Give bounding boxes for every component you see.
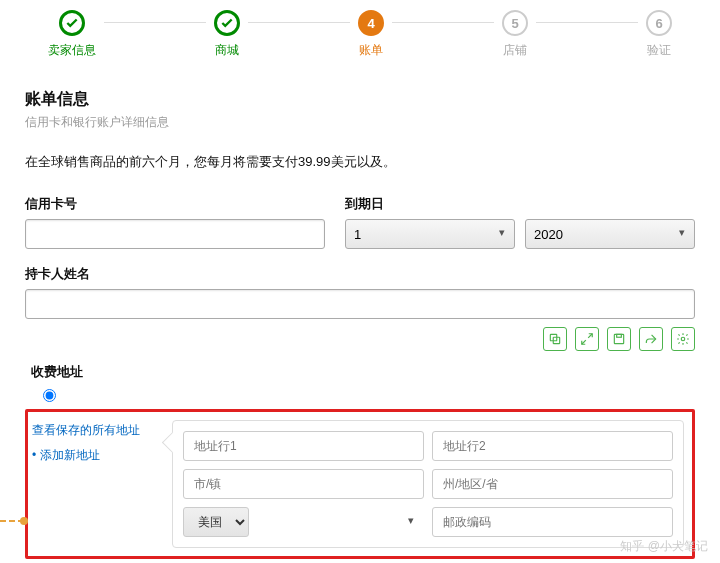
step-label: 店铺 [503, 42, 527, 59]
step-seller-info: 卖家信息 [40, 10, 104, 59]
settings-icon[interactable] [671, 327, 695, 351]
region-input[interactable] [432, 469, 673, 499]
expand-icon[interactable] [575, 327, 599, 351]
expiry-year-select[interactable]: 2020 [525, 219, 695, 249]
step-label: 账单 [359, 42, 383, 59]
view-saved-addresses-link[interactable]: 查看保存的所有地址 [32, 422, 162, 439]
address-line2-input[interactable] [432, 431, 673, 461]
check-icon [214, 10, 240, 36]
country-select[interactable]: 美国 [183, 507, 249, 537]
copy-icon[interactable] [543, 327, 567, 351]
billing-address-radio[interactable] [43, 389, 56, 402]
step-number: 4 [358, 10, 384, 36]
progress-stepper: 卖家信息 商城 4 账单 5 店铺 6 验证 [0, 0, 720, 79]
toolbar [25, 327, 695, 351]
annotation-marker [0, 520, 24, 522]
city-input[interactable] [183, 469, 424, 499]
step-verify: 6 验证 [638, 10, 680, 59]
step-marketplace: 商城 [206, 10, 248, 59]
step-label: 卖家信息 [48, 42, 96, 59]
step-label: 验证 [647, 42, 671, 59]
step-label: 商城 [215, 42, 239, 59]
share-icon[interactable] [639, 327, 663, 351]
svg-point-6 [681, 337, 685, 341]
cardholder-label: 持卡人姓名 [25, 265, 695, 283]
cardholder-input[interactable] [25, 289, 695, 319]
step-number: 6 [646, 10, 672, 36]
section-title: 账单信息 [25, 89, 695, 110]
svg-rect-5 [617, 334, 622, 337]
step-billing: 4 账单 [350, 10, 392, 59]
expiry-label: 到期日 [345, 195, 695, 213]
step-store: 5 店铺 [494, 10, 536, 59]
expiry-month-select[interactable]: 1 [345, 219, 515, 249]
svg-line-3 [582, 340, 586, 344]
card-number-input[interactable] [25, 219, 325, 249]
save-icon[interactable] [607, 327, 631, 351]
svg-rect-4 [614, 334, 623, 343]
add-new-address-link[interactable]: 添加新地址 [32, 447, 162, 464]
address-line1-input[interactable] [183, 431, 424, 461]
card-number-label: 信用卡号 [25, 195, 325, 213]
check-icon [59, 10, 85, 36]
watermark: 知乎 @小犬笔记 [620, 538, 708, 555]
fee-notice: 在全球销售商品的前六个月，您每月将需要支付39.99美元以及。 [25, 153, 695, 171]
svg-line-2 [588, 334, 592, 338]
step-number: 5 [502, 10, 528, 36]
address-box: 查看保存的所有地址 添加新地址 美国 [25, 409, 695, 559]
postal-code-input[interactable] [432, 507, 673, 537]
section-subtitle: 信用卡和银行账户详细信息 [25, 114, 695, 131]
billing-address-title: 收费地址 [31, 363, 695, 381]
